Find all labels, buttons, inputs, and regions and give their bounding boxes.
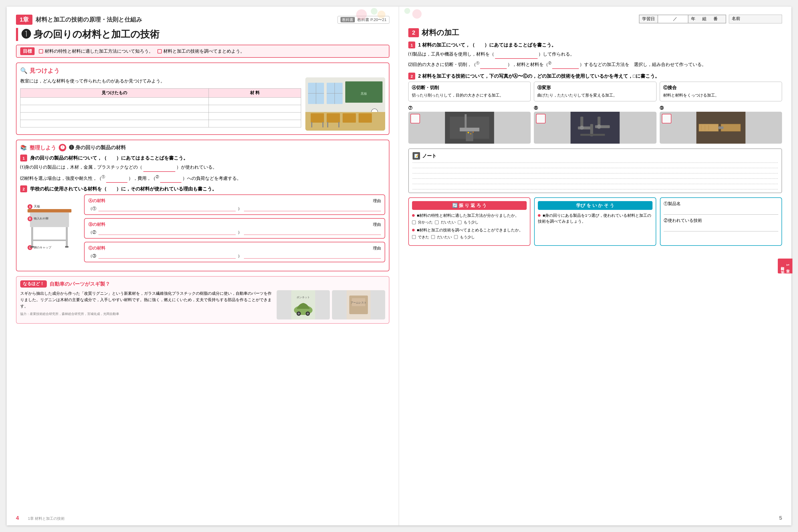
find-header: 🔍 見つけよう [20, 67, 385, 75]
naruhodo-section: なるほど！ 自動車のパーツがスギ製？ スギから抽出した成分から作った「改質リグニ… [16, 276, 390, 324]
cb-1-1[interactable] [412, 221, 416, 224]
cb-label-2-3: もう少し [460, 234, 475, 240]
cb-2-3[interactable] [454, 235, 458, 239]
photo-box-2 [534, 112, 656, 144]
table-cell[interactable] [20, 120, 209, 128]
note-line-3 [413, 173, 778, 173]
section-num-badge: ❶ [59, 144, 66, 151]
mat-label-a: Ⓐの材料 [88, 198, 105, 204]
naruhodo-credit: 協力：産業技術総合研究所，森林総合研究所，宮城化成，光岡自動車 [20, 311, 273, 317]
r-q1-number: 1 [408, 41, 415, 49]
process-join-title: Ⓒ接合 [663, 84, 779, 91]
obj-text-1: 材料の特性と材料に適した加工方法について知ろう。 [45, 48, 153, 54]
find-header-text: 見つけよう [30, 67, 60, 75]
naruhodo-car-img-1: ボンネット [277, 290, 330, 320]
svg-rect-48 [465, 114, 467, 129]
side-tab-text: 1章材料と加工 [780, 264, 790, 268]
review-checkbox-row-2: できた だいたい もう少し [412, 234, 527, 240]
svg-rect-19 [28, 209, 72, 212]
naruhodo-text: スギから抽出した成分から作った「改質リグニン」という新素材を，ガラス繊維強化プラ… [20, 290, 273, 309]
obj-checkbox-2[interactable] [157, 49, 162, 54]
num-label: 番 [714, 16, 723, 22]
mat-underline-a1[interactable] [98, 206, 236, 211]
cb-1-2[interactable] [435, 221, 439, 224]
mat-underline-b1[interactable] [98, 230, 236, 235]
svg-text:物入れや脚: 物入れや脚 [34, 217, 49, 220]
process-box-deform: Ⓑ変形 曲げたり，たたいたりして形を変える加工。 [534, 82, 656, 101]
r-q2-number: 2 [408, 73, 415, 79]
organize-section: 📚 整理しよう ❶ ❶ 身の回りの製品の材料 1 身の回りの製品の材料について，… [16, 140, 390, 271]
study-use-text: ■身の回りにある製品を1つ選び，使われている材料と加工の技術を調べてみましょう。 [538, 213, 651, 224]
table-cell[interactable] [20, 105, 209, 113]
q1-blank2a[interactable] [106, 175, 128, 183]
photo-item-1: ⑦ [408, 106, 531, 144]
r-q1-blank2a[interactable] [480, 61, 507, 69]
cb-2-2[interactable] [431, 235, 435, 239]
mat-line-a: （① ） [88, 206, 381, 211]
mat-num-c: （③ [88, 253, 96, 259]
study-year-field: 年 組 番 [688, 15, 726, 23]
mat-underline-b2[interactable] [244, 230, 381, 235]
photo-answer-2[interactable] [536, 114, 546, 124]
obj-checkbox-1[interactable] [39, 49, 43, 54]
photo-box-3 [660, 112, 782, 144]
table-row [20, 120, 301, 128]
table-cell[interactable] [209, 98, 301, 105]
svg-rect-66 [721, 124, 741, 131]
q1-blank2b[interactable] [160, 175, 182, 183]
mat-underline-a2[interactable] [244, 206, 381, 211]
r-q1-blank1[interactable] [495, 51, 537, 59]
photo-answer-1[interactable] [411, 114, 420, 124]
review-text-2: ■材料と加工の技術を調べてまとめることができましたか。 [417, 228, 523, 232]
section2-header: 2 材料の加工 [408, 28, 782, 38]
table-cell[interactable] [209, 113, 301, 120]
mat-label-b: Ⓑの材料 [88, 222, 105, 227]
study-use-header: 学び を い か そ う [538, 201, 652, 210]
r-q1-section: 1 1 材料の加工について，（ ）にあてはまることばを書こう。 ⑴製品は，工具や… [408, 41, 782, 69]
material-box-a: Ⓐの材料 理由 （① ） [84, 194, 385, 215]
name-box: 名前 [729, 15, 782, 23]
cb-1-3[interactable] [458, 221, 461, 224]
q1-blank1[interactable] [144, 164, 175, 172]
photo-item-3: ⑨ [660, 106, 782, 144]
svg-text:ボンネット: ボンネット [297, 296, 310, 299]
find-text-col: 教室には，どんな材料を使って作られたものがあるか見つけてみよう。 見つけたもの … [20, 77, 301, 131]
apply-field-2[interactable] [664, 225, 778, 231]
svg-point-51 [468, 132, 469, 134]
objectives-badge: 目標 [20, 48, 35, 55]
table-cell[interactable] [209, 105, 301, 113]
table-cell[interactable] [209, 120, 301, 128]
r-q2-title: 2 2 材料を加工する技術について，下の写真がⒶ〜Ⓒの，どの加工の技術を使用して… [408, 73, 782, 79]
name-label: 名前 [732, 16, 740, 21]
svg-rect-28 [66, 227, 68, 247]
material-box-b: Ⓑの材料 理由 （② ） [84, 218, 385, 239]
objective-item-1: 材料の特性と材料に適した加工方法について知ろう。 [39, 48, 153, 54]
svg-rect-33 [31, 246, 34, 248]
naruhodo-body: スギから抽出した成分から作った「改質リグニン」という新素材を，ガラス繊維強化プラ… [20, 290, 385, 320]
mat-num-b: （② [88, 230, 96, 235]
find-table: 見つけたもの 材 料 [20, 88, 301, 128]
apply-item-1: ①製品名 [664, 201, 778, 215]
table-cell[interactable] [20, 98, 209, 105]
mat-label-c: Ⓒの材料 [88, 246, 105, 251]
svg-text:脚のキャップ: 脚のキャップ [34, 246, 52, 249]
mat-underline-c1[interactable] [98, 253, 236, 259]
study-date-field: ／ [658, 15, 688, 23]
q1-number: 1 [20, 155, 27, 162]
photo-answer-3[interactable] [662, 114, 671, 124]
class-label: 組 [702, 16, 712, 22]
mat-underline-c2[interactable] [244, 253, 381, 259]
desk-content: A 天板 B 物入れや脚 [20, 194, 385, 262]
r-q1-line2: ⑵目的の大きさに切断・切削，（① ），材料と材料を（② ）するなどの加工方法を … [408, 60, 782, 69]
cb-2-1[interactable] [412, 235, 416, 239]
table-cell[interactable] [20, 113, 209, 120]
study-date-area: 学習日 ／ 年 組 番 名前 [408, 15, 782, 23]
table-header-material: 材 料 [209, 89, 301, 98]
material-box-a-header: Ⓐの材料 理由 [88, 198, 381, 204]
svg-point-61 [597, 125, 601, 129]
r-q1-blank2b[interactable] [552, 61, 579, 69]
side-tab: 1章材料と加工 [778, 259, 793, 273]
photo-row: ⑦ [408, 106, 782, 144]
apply-field-1[interactable] [664, 208, 778, 215]
naruhodo-badge: なるほど！ [20, 280, 47, 288]
